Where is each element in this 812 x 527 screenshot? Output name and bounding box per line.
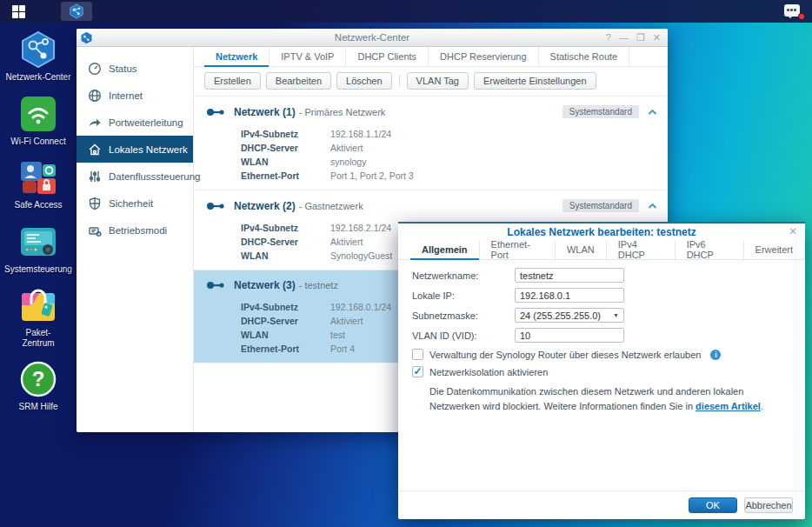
article-link[interactable]: diesem Artikel [696, 401, 761, 411]
dialog-title: Lokales Netzwerk bearbeiten: testnetz [507, 226, 696, 238]
netzwerk-center-icon [69, 3, 84, 19]
window-title: Netzwerk-Center [77, 32, 668, 43]
checkbox-label: Netzwerkisolation aktivieren [429, 367, 548, 377]
desktop-icon-label: Netzwerk-Center [5, 72, 70, 83]
dialog-body: Netzwerkname: Lokale IP: Subnetzmaske: 2… [398, 260, 805, 490]
tab-netzwerk[interactable]: Netzwerk [204, 47, 270, 66]
window-titlebar[interactable]: Netzwerk-Center ? — ❐ ✕ [77, 29, 668, 47]
sidebar-item-label: Status [109, 63, 137, 74]
taskbar [0, 0, 812, 23]
info-icon[interactable]: i [710, 350, 721, 360]
gauge-icon [88, 62, 102, 76]
system-default-badge: Systemstandard [562, 199, 639, 212]
notification-badge [798, 13, 805, 20]
desktop-icon-systemsteuerung[interactable]: Systemsteuerung [1, 222, 76, 275]
collapse-chevron-icon[interactable] [648, 109, 657, 116]
dialog-close-icon[interactable]: ✕ [789, 225, 797, 237]
edit-button[interactable]: Bearbeiten [266, 72, 331, 90]
vlan-tag-button[interactable]: VLAN Tag [407, 72, 469, 90]
field-label-subnetzmaske: Subnetzmaske: [412, 310, 515, 321]
sidebar-item-label: Lokales Netzwerk [109, 144, 188, 155]
sidebar-item-status[interactable]: Status [77, 55, 193, 82]
router-management-checkbox[interactable] [412, 349, 423, 360]
tab-dhcp-clients[interactable]: DHCP Clients [346, 47, 429, 66]
control-panel-icon [18, 222, 58, 262]
dialog-tab-wlan[interactable]: WLAN [556, 240, 607, 259]
field-label-vlan-id: VLAN ID (VID): [412, 330, 515, 341]
network-isolation-checkbox[interactable]: ✓ [412, 366, 423, 377]
collapse-chevron-icon[interactable] [648, 203, 657, 210]
sidebar-item-datenflusssteuerung[interactable]: Datenflusssteuerung [77, 163, 193, 190]
network-link-icon [206, 201, 225, 211]
operation-modes-icon [88, 223, 102, 237]
dialog-tab-ipv4-dhcp[interactable]: IPv4 DHCP [607, 240, 676, 259]
sidebar-item-betriebsmodi[interactable]: Betriebsmodi [77, 217, 193, 243]
help-icon: ? [18, 359, 58, 399]
main-tab-bar: Netzwerk IPTV & VoIP DHCP Clients DHCP R… [194, 47, 668, 67]
tab-dhcp-reservierung[interactable]: DHCP Reservierung [429, 47, 538, 66]
notifications-chat-button[interactable] [784, 3, 803, 19]
network-title: Netzwerk (3) [234, 279, 296, 291]
delete-button[interactable]: Löschen [336, 72, 392, 90]
dialog-tab-erweitert[interactable]: Erweitert [744, 240, 805, 259]
sidebar-item-label: Internet [109, 90, 143, 101]
network-row-1[interactable]: Netzwerk (1) - Primäres Netzwerk Systems… [194, 97, 668, 190]
checkbox-label: Verwaltung der Synology Router über dies… [429, 350, 701, 360]
sliders-icon [88, 170, 102, 183]
main-menu-button[interactable] [0, 0, 37, 23]
wifi-icon [18, 94, 58, 134]
svg-text:?: ? [32, 367, 45, 390]
sidebar-item-sicherheit[interactable]: Sicherheit [77, 190, 193, 217]
network-name-input[interactable] [515, 268, 624, 283]
cancel-button[interactable]: Abbrechen [744, 497, 793, 513]
maximize-button[interactable]: ❐ [636, 33, 645, 43]
window-sidebar: Status Internet Portweiterleitung Lokale… [77, 47, 194, 432]
edit-local-network-dialog: Lokales Netzwerk bearbeiten: testnetz ✕ … [398, 222, 805, 519]
subnet-mask-select[interactable]: 24 (255.255.255.0) ▼ [515, 308, 624, 323]
check-icon: ✓ [413, 366, 422, 377]
close-button[interactable]: ✕ [653, 33, 661, 43]
sidebar-item-internet[interactable]: Internet [77, 82, 193, 109]
safe-access-icon [18, 157, 58, 197]
create-button[interactable]: Erstellen [204, 72, 261, 90]
network-link-icon [206, 107, 225, 117]
dropdown-arrow-icon: ▼ [613, 312, 619, 318]
desktop-icon-wifi-connect[interactable]: Wi-Fi Connect [1, 94, 76, 147]
network-title: Netzwerk (2) [234, 200, 296, 212]
app-grid-icon [12, 5, 25, 18]
vlan-id-input[interactable] [515, 328, 624, 343]
sidebar-item-portweiterleitung[interactable]: Portweiterleitung [77, 109, 193, 136]
sidebar-item-label: Betriebsmodi [109, 225, 167, 236]
field-label-netzwerkname: Netzwerkname: [412, 270, 515, 281]
sidebar-item-lokales-netzwerk[interactable]: Lokales Netzwerk [77, 136, 193, 163]
local-ip-input[interactable] [515, 288, 624, 303]
desktop-icon-paket-zentrum[interactable]: Paket- Zentrum [1, 285, 76, 348]
desktop-icon-srm-hilfe[interactable]: ? SRM Hilfe [1, 359, 76, 412]
toolbar-divider [399, 75, 400, 87]
sidebar-item-label: Sicherheit [109, 198, 153, 209]
isolation-note: Die Datenkommunikation zwischen diesem N… [429, 384, 795, 414]
dialog-footer: OK Abbrechen [398, 490, 805, 519]
package-center-icon [18, 285, 58, 325]
advanced-settings-button[interactable]: Erweiterte Einstellungen [474, 72, 596, 90]
dialog-tab-ethernet-port[interactable]: Ethernet-Port [480, 240, 556, 259]
sidebar-item-label: Datenflusssteuerung [109, 171, 200, 182]
dialog-tab-allgemein[interactable]: Allgemein [410, 240, 480, 259]
desktop-icon-label: Safe Access [14, 200, 62, 210]
dialog-tab-ipv6-dhcp[interactable]: IPv6 DHCP [676, 240, 744, 259]
tab-statische-route[interactable]: Statische Route [539, 47, 630, 66]
ok-button[interactable]: OK [689, 497, 737, 513]
tab-iptv-voip[interactable]: IPTV & VoIP [270, 47, 346, 66]
desktop-icon-column: Netzwerk-Center Wi-Fi Connect [0, 30, 77, 412]
dialog-header[interactable]: Lokales Netzwerk bearbeiten: testnetz ✕ [398, 223, 805, 240]
sidebar-item-label: Portweiterleitung [109, 117, 183, 128]
taskbar-active-app-netzwerk-center[interactable] [61, 2, 92, 21]
desktop-icon-safe-access[interactable]: Safe Access [1, 157, 76, 210]
dialog-tab-bar: Allgemein Ethernet-Port WLAN IPv4 DHCP I… [398, 240, 805, 260]
forward-arrow-icon [88, 116, 102, 130]
desktop-icon-netzwerk-center[interactable]: Netzwerk-Center [1, 30, 76, 83]
globe-icon [88, 89, 102, 103]
help-button[interactable]: ? [606, 33, 611, 43]
minimize-button[interactable]: — [619, 33, 629, 43]
desktop-icon-label: Wi-Fi Connect [10, 137, 65, 147]
